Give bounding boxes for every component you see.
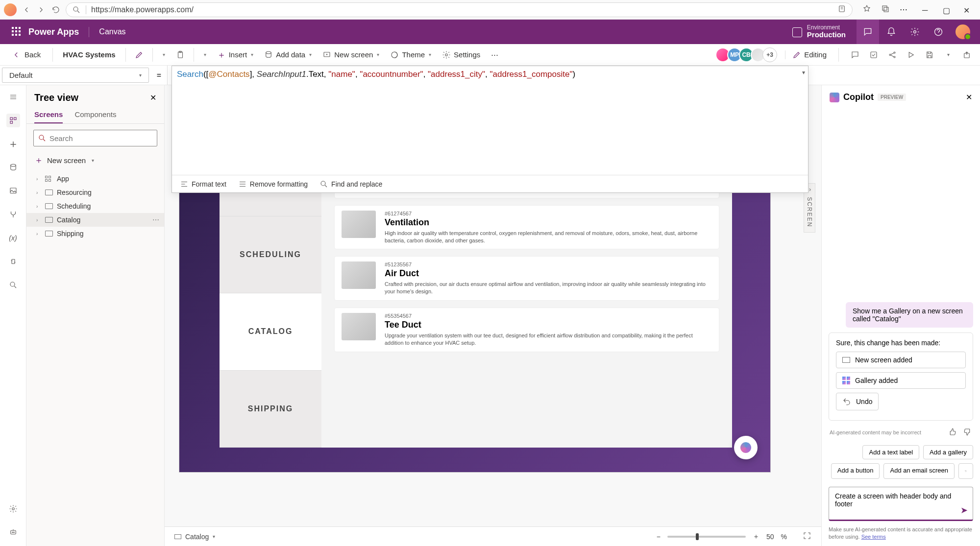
window-close-icon[interactable]: ✕ <box>963 6 971 14</box>
result-chip-gallery[interactable]: Gallery added <box>836 372 966 389</box>
formula-bar-expanded[interactable]: ▾ Search([@Contacts], SearchInput1.Text,… <box>172 66 808 193</box>
zoom-in-button[interactable]: ＋ <box>753 532 760 541</box>
window-minimize-icon[interactable]: ─ <box>922 6 930 14</box>
tree-item-scheduling[interactable]: ›Scheduling⋯ <box>26 199 164 213</box>
rail-advanced-icon[interactable] <box>6 255 20 268</box>
browser-forward-icon[interactable] <box>36 5 46 15</box>
zoom-out-button[interactable]: − <box>657 533 661 541</box>
sidenav-scheduling[interactable]: SCHEDULING <box>220 216 321 294</box>
thumbs-up-icon[interactable] <box>948 427 956 437</box>
back-button[interactable]: Back <box>5 50 48 59</box>
favorites-icon[interactable] <box>862 4 871 15</box>
browser-more-icon[interactable]: ⋯ <box>900 5 907 14</box>
comments-icon[interactable] <box>847 47 863 63</box>
address-bar[interactable]: https://make.powerapps.com/ <box>66 2 853 17</box>
checker-icon[interactable] <box>865 47 882 63</box>
zoom-slider[interactable] <box>667 536 746 538</box>
svg-point-13 <box>889 54 891 55</box>
property-dropdown[interactable]: Default ▾ <box>2 68 149 83</box>
publish-icon[interactable] <box>958 47 975 63</box>
insert-button[interactable]: ＋ Insert▾ <box>213 47 258 63</box>
tree-new-screen-button[interactable]: ＋ New screen ▾ <box>26 150 164 170</box>
chevron-down-icon[interactable]: ▾ <box>199 50 210 59</box>
browser-profile-avatar[interactable] <box>4 3 17 16</box>
close-tree-icon[interactable]: ✕ <box>150 93 156 102</box>
thumbs-down-icon[interactable] <box>963 427 972 437</box>
save-chevron-icon[interactable]: ▾ <box>940 47 956 63</box>
tab-screens[interactable]: Screens <box>34 106 63 123</box>
rail-search-icon[interactable] <box>6 278 20 292</box>
preview-icon[interactable] <box>903 47 919 63</box>
suggestion-chip[interactable]: Add a button <box>831 463 880 479</box>
collections-icon[interactable] <box>881 4 890 15</box>
reader-icon[interactable] <box>837 4 846 15</box>
sidenav-shipping[interactable]: SHIPPING <box>220 371 321 448</box>
fit-to-screen-icon[interactable] <box>803 531 811 542</box>
rail-flows-icon[interactable] <box>6 208 20 221</box>
browser-back-icon[interactable] <box>22 5 31 15</box>
settings-gear-icon[interactable] <box>904 20 926 44</box>
send-icon[interactable]: ➤ <box>960 505 968 516</box>
tree-item-resourcing[interactable]: ›Resourcing⋯ <box>26 186 164 199</box>
add-data-button[interactable]: Add data▾ <box>260 48 316 61</box>
copilot-fab[interactable] <box>734 436 758 459</box>
new-screen-button[interactable]: New screen▾ <box>318 48 383 61</box>
rail-data-icon[interactable] <box>6 161 20 174</box>
format-text-button[interactable]: Format text <box>180 180 226 189</box>
sidenav-catalog[interactable]: CATALOG <box>220 293 321 371</box>
overflow-icon[interactable]: ⋯ <box>487 48 502 61</box>
catalog-card[interactable]: #55354567Tee DuctUpgrade your ventilatio… <box>334 308 719 352</box>
tree-item-shipping[interactable]: ›Shipping⋯ <box>26 227 164 240</box>
tree-search-input[interactable] <box>49 134 153 142</box>
notifications-icon[interactable] <box>880 20 903 44</box>
product-sku: #61274567 <box>385 211 712 216</box>
copilot-input[interactable]: Create a screen with header body and foo… <box>829 487 973 521</box>
rail-tree-view-icon[interactable] <box>6 114 20 127</box>
see-terms-link[interactable]: See terms <box>861 534 886 540</box>
user-avatar[interactable] <box>956 24 970 39</box>
rail-media-icon[interactable] <box>6 184 20 198</box>
edit-tool-button[interactable] <box>131 48 147 61</box>
remove-formatting-button[interactable]: Remove formatting <box>238 180 308 189</box>
find-replace-button[interactable]: Find and replace <box>319 180 382 189</box>
result-chip-new-screen[interactable]: New screen added <box>836 352 966 368</box>
app-launcher-icon[interactable] <box>12 27 22 37</box>
rail-ask-virtual-agent-icon[interactable] <box>6 525 20 539</box>
paste-button[interactable] <box>172 48 189 61</box>
selection-breadcrumb[interactable]: Catalog ▾ <box>174 533 215 541</box>
tree-search-box[interactable] <box>33 130 157 146</box>
catalog-card[interactable]: #61274567VentilationHigh indoor air qual… <box>334 205 719 250</box>
tree-item-app[interactable]: ›App⋯ <box>26 172 164 186</box>
rail-settings-icon[interactable] <box>6 502 20 516</box>
help-icon[interactable] <box>927 20 950 44</box>
copilot-toggle-icon[interactable] <box>857 20 879 44</box>
window-maximize-icon[interactable]: ▢ <box>943 6 951 14</box>
catalog-card[interactable]: #51235567Air DuctCrafted with precision,… <box>334 256 719 301</box>
collaborators-more[interactable]: +3 <box>762 47 777 62</box>
environment-picker[interactable]: Environment Production <box>789 23 856 41</box>
suggestion-chip[interactable]: Add an email screen <box>883 463 955 479</box>
collapse-formula-icon[interactable]: ▾ <box>802 69 805 76</box>
collaborators[interactable]: MP CB +3 <box>718 47 777 62</box>
theme-button[interactable]: Theme▾ <box>386 48 435 61</box>
rail-variables-icon[interactable]: (x) <box>6 231 20 245</box>
editing-mode-button[interactable]: Editing <box>785 50 833 59</box>
share-icon[interactable] <box>884 47 901 63</box>
tree-item-catalog[interactable]: ›Catalog⋯ <box>26 213 164 227</box>
refresh-suggestions-icon[interactable] <box>958 463 973 479</box>
undo-button[interactable]: Undo <box>836 393 879 410</box>
suggestion-chip[interactable]: Add a text label <box>862 445 919 459</box>
save-icon[interactable] <box>921 47 938 63</box>
settings-button[interactable]: Settings <box>438 48 484 61</box>
svg-point-0 <box>74 7 78 11</box>
close-copilot-icon[interactable]: ✕ <box>966 93 972 102</box>
suite-brand[interactable]: Power Apps <box>28 27 89 37</box>
more-icon[interactable]: ⋯ <box>152 216 159 224</box>
rail-insert-icon[interactable]: ＋ <box>6 137 20 151</box>
formula-editor[interactable]: Search([@Contacts], SearchInput1.Text, "… <box>172 66 808 175</box>
browser-refresh-icon[interactable] <box>51 5 61 15</box>
chevron-down-icon[interactable]: ▾ <box>158 50 169 59</box>
suggestion-chip[interactable]: Add a gallery <box>923 445 973 459</box>
rail-hamburger-icon[interactable] <box>6 90 20 104</box>
tab-components[interactable]: Components <box>74 106 116 123</box>
